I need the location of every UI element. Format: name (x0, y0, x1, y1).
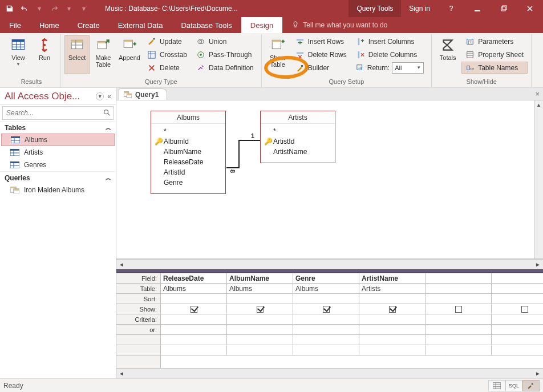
crosstab-button[interactable]: Crosstab (143, 49, 191, 60)
redo-icon[interactable] (48, 2, 60, 15)
scroll-left-icon[interactable]: ◄ (116, 261, 127, 268)
tab-create[interactable]: Create (68, 17, 109, 33)
qbe-cell[interactable] (227, 335, 293, 345)
qbe-cell[interactable] (492, 325, 543, 335)
select-button[interactable]: Select (64, 35, 90, 74)
qbe-cell[interactable]: ReleaseDate (161, 273, 227, 284)
qbe-cell[interactable] (161, 314, 227, 325)
navgroup-tables[interactable]: Tables ︽ (0, 121, 116, 134)
qbe-hscroll[interactable]: ◄ ► (116, 368, 543, 378)
qbe-cell[interactable] (293, 314, 359, 325)
passthrough-button[interactable]: Pass-Through (192, 49, 258, 60)
redo-dropdown-icon[interactable]: ▾ (63, 2, 75, 15)
field[interactable]: ArtistId (164, 168, 185, 176)
qbe-cell[interactable]: Albums (161, 284, 227, 294)
qbe-cell[interactable] (359, 345, 426, 355)
qbe-cell[interactable] (359, 335, 426, 345)
qbe-cell[interactable] (359, 325, 426, 335)
return-dropdown[interactable]: All ▼ (392, 62, 424, 74)
qbe-cell[interactable] (426, 335, 492, 345)
navgroup-queries[interactable]: Queries ︽ (0, 171, 116, 184)
navitem-genres[interactable]: Genres (0, 159, 116, 171)
qbe-cell[interactable]: Albums (227, 284, 293, 294)
qbe-cell[interactable]: Albums (293, 284, 359, 294)
document-tab-query1[interactable]: Query1 (119, 88, 167, 100)
show-table-button[interactable]: Show Table (265, 35, 290, 74)
qbe-cell[interactable] (161, 345, 227, 355)
qbe-cell[interactable] (359, 314, 426, 325)
field-star[interactable]: * (164, 127, 167, 135)
show-checkbox[interactable] (191, 306, 197, 313)
navpane-search-input[interactable] (3, 109, 100, 117)
run-button[interactable]: Run (32, 35, 57, 74)
qbe-cell[interactable] (161, 325, 227, 335)
qbe-cell[interactable] (227, 304, 293, 314)
design-scrollbar[interactable]: ▲ (534, 100, 543, 258)
tab-file[interactable]: File (0, 17, 30, 33)
close-icon[interactable] (517, 0, 543, 17)
scroll-right-icon[interactable]: ► (533, 370, 543, 377)
field[interactable]: ArtistId (273, 138, 294, 146)
qbe-cell[interactable] (161, 294, 227, 304)
field[interactable]: Genre (164, 179, 183, 187)
navitem-artists[interactable]: Artists (0, 146, 116, 159)
builder-button[interactable]: Builder (291, 62, 351, 74)
undo-icon[interactable] (18, 2, 31, 15)
qbe-cell[interactable]: AlbumName (227, 273, 293, 284)
union-button[interactable]: Union (192, 35, 258, 47)
tablebox-artists[interactable]: Artists * 🔑ArtistId ArtistName (260, 111, 335, 163)
tablebox-albums[interactable]: Albums * 🔑AlbumId AlbumName ReleaseDate … (151, 111, 226, 194)
view-sql-icon[interactable]: SQL (505, 380, 522, 391)
qbe-cell[interactable] (426, 314, 492, 325)
qbe-cell[interactable] (293, 294, 359, 304)
qbe-cell[interactable] (227, 345, 293, 355)
show-checkbox[interactable] (455, 306, 462, 313)
qbe-cell[interactable] (492, 345, 543, 355)
view-button[interactable]: View ▼ (6, 35, 31, 74)
qbe-cell[interactable]: Artists (359, 284, 426, 294)
qat-customize-icon[interactable]: ▾ (78, 2, 90, 15)
qbe-cell[interactable] (359, 304, 426, 314)
qbe-cell[interactable]: ArtistName (359, 273, 426, 284)
tab-database-tools[interactable]: Database Tools (172, 17, 241, 33)
qbe-cell[interactable] (293, 325, 359, 335)
qbe-cell[interactable] (227, 294, 293, 304)
design-surface[interactable]: Albums * 🔑AlbumId AlbumName ReleaseDate … (116, 100, 543, 259)
tab-external-data[interactable]: External Data (109, 17, 172, 33)
tell-me-field[interactable]: Tell me what you want to do (282, 17, 396, 33)
scrollbar-track[interactable] (127, 370, 533, 378)
delete-button[interactable]: Delete (143, 62, 191, 74)
qbe-cell[interactable] (293, 345, 359, 355)
help-icon[interactable]: ? (438, 0, 464, 17)
qbe-cell[interactable] (426, 284, 492, 294)
totals-button[interactable]: Totals (435, 35, 460, 74)
minimize-icon[interactable] (464, 0, 491, 17)
qbe-cell[interactable] (492, 294, 543, 304)
return-control[interactable]: 10 Return: All ▼ (352, 62, 428, 74)
scroll-up-icon[interactable]: ▲ (536, 100, 541, 110)
show-checkbox[interactable] (389, 306, 396, 313)
tab-home[interactable]: Home (30, 17, 68, 33)
save-icon[interactable] (3, 2, 16, 15)
design-hscroll[interactable]: ◄ ► (116, 259, 543, 269)
signin-button[interactable]: Sign in (401, 0, 438, 17)
navitem-iron-maiden-albums[interactable]: Iron Maiden Albums (0, 184, 116, 196)
scrollbar-track[interactable] (127, 261, 533, 269)
make-table-button[interactable]: Make Table (91, 35, 116, 74)
qbe-cell[interactable] (359, 294, 426, 304)
qbe-cell[interactable] (426, 304, 492, 314)
show-checkbox[interactable] (257, 306, 264, 313)
qbe-cell[interactable] (492, 284, 543, 294)
qbe-cell[interactable] (492, 335, 543, 345)
insert-rows-button[interactable]: Insert Rows (291, 35, 351, 47)
qbe-cell[interactable]: Genre (293, 273, 359, 284)
view-design-icon[interactable] (522, 380, 540, 391)
view-datasheet-icon[interactable] (488, 380, 505, 391)
field-star[interactable]: * (273, 127, 276, 135)
qbe-cell[interactable] (426, 273, 492, 284)
document-close-icon[interactable]: × (535, 90, 540, 98)
delete-rows-button[interactable]: Delete Rows (291, 49, 351, 60)
qbe-cell[interactable] (227, 314, 293, 325)
qbe-cell[interactable] (161, 304, 227, 314)
data-definition-button[interactable]: Data Definition (192, 62, 258, 74)
